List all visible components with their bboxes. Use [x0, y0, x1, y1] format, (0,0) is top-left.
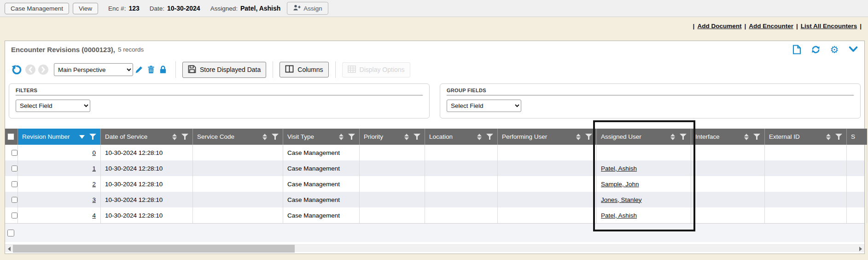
revision-number-link[interactable]: 3	[92, 196, 96, 203]
row-checkbox[interactable]	[12, 196, 17, 203]
sort-icon[interactable]	[826, 134, 831, 140]
row-checkbox[interactable]	[12, 149, 17, 156]
assigned-user-link[interactable]: Patel, Ashish	[601, 165, 637, 172]
select-all-checkbox[interactable]	[7, 133, 14, 140]
columns-button[interactable]: Columns	[280, 62, 328, 77]
sort-icon[interactable]	[477, 134, 482, 140]
column-header-interface[interactable]: Interface	[691, 129, 765, 145]
column-header-date-of-service[interactable]: Date of Service	[101, 129, 193, 145]
new-row-strip	[5, 224, 864, 242]
add-document-link[interactable]: Add Document	[697, 23, 741, 30]
scroll-left-arrow-icon[interactable]	[5, 245, 13, 253]
assigned-user-link[interactable]: Jones, Stanley	[601, 196, 642, 203]
priority-cell	[360, 192, 425, 207]
gear-icon[interactable]: ⚙	[829, 44, 839, 54]
view-button[interactable]: View	[73, 3, 98, 14]
panel-record-count: 5 records	[118, 46, 144, 53]
service-code-cell	[193, 207, 283, 223]
sort-icon[interactable]	[404, 134, 409, 140]
toolbar-divider	[175, 61, 176, 78]
visit-type-cell: Case Management	[283, 145, 360, 160]
filter-funnel-icon[interactable]	[753, 134, 760, 140]
priority-cell	[360, 160, 425, 176]
filter-funnel-icon[interactable]	[835, 134, 842, 140]
visit-type-cell: Case Management	[283, 160, 360, 176]
sort-desc-icon[interactable]	[79, 135, 85, 139]
row-checkbox[interactable]	[12, 181, 17, 188]
service-code-cell	[193, 160, 283, 176]
column-header-priority[interactable]: Priority	[360, 129, 425, 145]
external-id-cell	[765, 176, 847, 192]
revision-number-link[interactable]: 0	[92, 149, 96, 156]
assign-button[interactable]: Assign	[287, 2, 328, 15]
column-header-cutoff[interactable]: S	[847, 129, 867, 145]
filter-funnel-icon[interactable]	[89, 134, 96, 140]
perspective-select[interactable]: Main Perspective	[54, 63, 133, 76]
chevron-down-icon[interactable]	[848, 44, 858, 54]
scrollbar-thumb[interactable]	[13, 245, 295, 253]
toolbar-divider	[335, 61, 336, 78]
revision-number-link[interactable]: 2	[92, 181, 96, 188]
undo-icon[interactable]	[11, 64, 23, 76]
column-header-performing-user[interactable]: Performing User	[498, 129, 597, 145]
sort-icon[interactable]	[339, 134, 344, 140]
new-row-checkbox[interactable]	[7, 230, 14, 236]
date-field: Date: 10-30-2024	[150, 5, 200, 12]
nav-previous-icon[interactable]	[25, 65, 35, 75]
lock-icon[interactable]	[157, 64, 169, 76]
sort-icon[interactable]	[744, 134, 749, 140]
column-header-assigned-user[interactable]: Assigned User	[597, 129, 691, 145]
column-header-visit-type[interactable]: Visit Type	[283, 129, 360, 145]
filter-funnel-icon[interactable]	[348, 134, 355, 140]
assigned-user-link[interactable]: Patel, Ashish	[601, 212, 637, 219]
date-value: 10-30-2024	[167, 5, 200, 12]
column-header-external-id[interactable]: External ID	[765, 129, 847, 145]
toolbar-divider	[273, 61, 273, 78]
filter-funnel-icon[interactable]	[414, 134, 420, 140]
service-code-cell	[193, 176, 283, 192]
row-checkbox[interactable]	[12, 165, 17, 172]
delete-trash-icon[interactable]	[145, 64, 157, 76]
group-fields-select[interactable]: Select Field	[447, 100, 521, 112]
table-row: 1 10-30-2024 12:28:10 Case Management Pa…	[5, 160, 864, 176]
refresh-icon[interactable]	[810, 44, 821, 54]
table-row: 0 10-30-2024 12:28:10 Case Management	[5, 145, 864, 160]
assigned-user-link[interactable]: Sample, John	[601, 181, 639, 188]
interface-cell	[691, 176, 765, 192]
column-header-service-code[interactable]: Service Code	[193, 129, 283, 145]
store-displayed-data-button[interactable]: Store Displayed Data	[182, 62, 266, 78]
sort-icon[interactable]	[670, 134, 675, 140]
sort-icon[interactable]	[576, 134, 581, 140]
new-document-icon[interactable]	[792, 44, 802, 54]
filters-label: FILTERS	[9, 84, 429, 93]
case-management-button[interactable]: Case Management	[5, 3, 69, 14]
column-header-revision-number[interactable]: Revision Number	[18, 129, 101, 145]
priority-cell	[360, 176, 425, 192]
sort-icon[interactable]	[262, 134, 267, 140]
filter-funnel-icon[interactable]	[680, 134, 687, 140]
table-row: 3 10-30-2024 12:28:10 Case Management Jo…	[5, 192, 864, 207]
horizontal-scrollbar[interactable]	[5, 244, 864, 252]
grid-toolbar: Main Perspective	[5, 59, 864, 81]
filter-funnel-icon[interactable]	[272, 134, 279, 140]
add-encounter-link[interactable]: Add Encounter	[749, 23, 793, 30]
edit-pencil-icon[interactable]	[133, 64, 145, 76]
external-id-cell	[765, 160, 847, 176]
row-checkbox[interactable]	[12, 212, 17, 219]
filter-funnel-icon[interactable]	[181, 134, 188, 140]
sort-icon[interactable]	[172, 134, 177, 140]
date-of-service-cell: 10-30-2024 12:28:10	[101, 207, 193, 223]
interface-cell	[691, 207, 765, 223]
revision-number-link[interactable]: 1	[92, 165, 96, 172]
column-header-location[interactable]: Location	[425, 129, 498, 145]
enc-value: 123	[128, 5, 139, 12]
scroll-right-arrow-icon[interactable]	[856, 245, 864, 253]
filter-funnel-icon[interactable]	[585, 134, 592, 140]
filter-funnel-icon[interactable]	[486, 134, 493, 140]
revision-number-link[interactable]: 4	[92, 212, 96, 219]
interface-cell	[691, 192, 765, 207]
nav-next-icon[interactable]	[38, 65, 48, 75]
filters-field-select[interactable]: Select Field	[16, 100, 90, 112]
list-all-encounters-link[interactable]: List All Encounters	[801, 23, 857, 30]
panel-title: Encounter Revisions (0000123),	[11, 46, 115, 53]
